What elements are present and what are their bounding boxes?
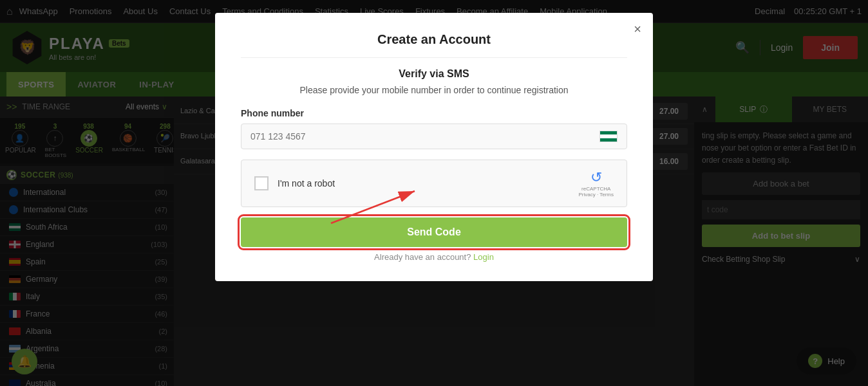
modal-footer: Already have an account? Login <box>241 252 627 262</box>
modal-overlay: × Create an Account Verify via SMS Pleas… <box>0 0 868 386</box>
already-account-text: Already have an account? <box>374 252 471 262</box>
create-account-modal: × Create an Account Verify via SMS Pleas… <box>215 13 653 281</box>
recaptcha-icon: ↺ <box>590 169 602 186</box>
captcha-logo: ↺ reCAPTCHA Privacy · Terms <box>578 169 614 198</box>
captcha-label: I'm not a robot <box>278 178 569 188</box>
captcha-checkbox[interactable] <box>254 176 269 190</box>
modal-subtitle: Verify via SMS <box>241 68 627 80</box>
phone-label: Phone number <box>241 108 627 118</box>
modal-title: Create an Account <box>241 32 627 58</box>
modal-description: Please provide your mobile number in ord… <box>241 85 627 95</box>
recaptcha-brand: reCAPTCHA <box>581 186 610 192</box>
recaptcha-sub: Privacy · Terms <box>578 192 614 198</box>
flag-za-icon <box>599 131 618 142</box>
phone-input[interactable] <box>250 131 599 142</box>
modal-close-button[interactable]: × <box>634 22 641 37</box>
send-code-button[interactable]: Send Code <box>241 217 627 247</box>
modal-login-link[interactable]: Login <box>473 252 494 262</box>
phone-input-row <box>241 124 627 149</box>
captcha-box: I'm not a robot ↺ reCAPTCHA Privacy · Te… <box>241 160 627 207</box>
